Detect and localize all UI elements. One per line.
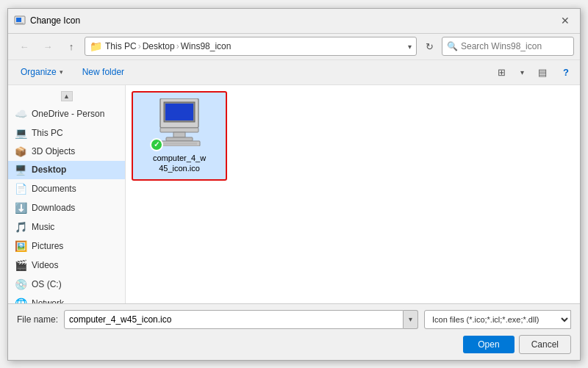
downloads-icon: ⬇️ <box>14 202 27 214</box>
organize-button[interactable]: Organize ▾ <box>14 64 70 80</box>
scroll-up-arrow[interactable]: ▲ <box>61 91 73 101</box>
thispc-icon: 💻 <box>14 127 27 139</box>
sidebar-item-downloads[interactable]: ⬇️ Downloads <box>8 198 125 217</box>
file-status-icon: ✓ <box>150 138 163 151</box>
breadcrumb-folder-icon: 📁 <box>90 40 102 52</box>
sidebar-label-network: Network <box>32 298 64 303</box>
music-icon: 🎵 <box>14 221 27 233</box>
sidebar-item-network[interactable]: 🌐 Network <box>8 294 125 303</box>
file-label: computer_4_w45_icon.ico <box>153 153 206 174</box>
sidebar-item-thispc[interactable]: 💻 This PC <box>8 123 125 142</box>
navigation-toolbar: ← → ↑ 📁 This PC › Desktop › Wins98_icon … <box>8 34 580 60</box>
filename-row: File name: ▾ Icon files (*.ico;*.icl;*.e… <box>17 310 571 329</box>
filename-input[interactable] <box>64 310 404 329</box>
sidebar-label-documents: Documents <box>32 184 76 194</box>
file-icon-wrap: ✓ <box>153 98 206 148</box>
forward-button[interactable]: → <box>37 37 58 56</box>
view-dropdown-button[interactable]: ▾ <box>512 63 531 81</box>
new-folder-button[interactable]: New folder <box>76 64 131 80</box>
network-icon: 🌐 <box>14 297 27 303</box>
svg-rect-2 <box>16 23 24 24</box>
sidebar-item-pictures[interactable]: 🖼️ Pictures <box>8 237 125 256</box>
videos-icon: 🎬 <box>14 259 27 271</box>
sidebar-item-3dobjects[interactable]: 📦 3D Objects <box>8 142 125 161</box>
onedrive-icon: ☁️ <box>14 108 27 120</box>
view-buttons: ⊞ ▾ ▤ <box>492 63 552 81</box>
desktop-icon: 🖥️ <box>14 165 27 176</box>
open-button[interactable]: Open <box>463 336 514 353</box>
3dobjects-icon: 📦 <box>14 146 27 157</box>
content-area: ▲ ☁️ OneDrive - Person 💻 This PC 📦 3D Ob… <box>8 85 580 303</box>
breadcrumb-bar[interactable]: 📁 This PC › Desktop › Wins98_icon ▾ <box>85 37 417 56</box>
title-bar: Change Icon ✕ <box>8 9 580 34</box>
sidebar-item-videos[interactable]: 🎬 Videos <box>8 256 125 275</box>
svg-rect-8 <box>166 137 193 141</box>
breadcrumb-dropdown-arrow[interactable]: ▾ <box>408 43 412 51</box>
back-button[interactable]: ← <box>14 37 35 56</box>
sidebar-label-pictures: Pictures <box>32 241 63 251</box>
filetype-select-wrap: Icon files (*.ico;*.icl;*.exe;*.dll) <box>424 310 571 329</box>
documents-icon: 📄 <box>14 183 27 195</box>
filename-label: File name: <box>17 314 58 325</box>
breadcrumb-desktop: Desktop <box>143 41 175 51</box>
view-mode-button[interactable]: ⊞ <box>492 63 511 81</box>
sidebar-label-thispc: This PC <box>32 128 63 138</box>
dialog-title: Change Icon <box>30 15 80 26</box>
svg-rect-10 <box>162 142 197 145</box>
search-input[interactable] <box>461 41 571 51</box>
refresh-button[interactable]: ↻ <box>420 37 439 56</box>
sidebar-label-music: Music <box>32 222 54 232</box>
breadcrumb-thispc: This PC <box>105 41 137 51</box>
filetype-select[interactable]: Icon files (*.ico;*.icl;*.exe;*.dll) <box>424 310 571 329</box>
sidebar-item-onedrive[interactable]: ☁️ OneDrive - Person <box>8 104 125 123</box>
sidebar-label-downloads: Downloads <box>32 203 75 213</box>
sidebar-label-onedrive: OneDrive - Person <box>32 109 104 119</box>
sidebar-item-music[interactable]: 🎵 Music <box>8 217 125 237</box>
action-row: Open Cancel <box>17 335 571 354</box>
action-bar: Organize ▾ New folder ⊞ ▾ ▤ ? <box>8 60 580 85</box>
sidebar-item-desktop[interactable]: 🖥️ Desktop <box>8 161 125 179</box>
close-button[interactable]: ✕ <box>556 12 574 29</box>
search-icon: 🔍 <box>447 41 458 51</box>
organize-dropdown-arrow: ▾ <box>60 68 63 76</box>
cancel-button[interactable]: Cancel <box>519 335 571 354</box>
file-item-selected[interactable]: ✓ computer_4_w45_icon.ico <box>132 91 227 181</box>
sidebar-item-documents[interactable]: 📄 Documents <box>8 179 125 198</box>
sidebar-label-3dobjects: 3D Objects <box>32 146 75 156</box>
sidebar: ▲ ☁️ OneDrive - Person 💻 This PC 📦 3D Ob… <box>8 85 126 303</box>
new-folder-label: New folder <box>82 67 124 77</box>
change-icon-dialog: Change Icon ✕ ← → ↑ 📁 This PC › Desktop … <box>7 8 581 361</box>
sidebar-label-desktop: Desktop <box>32 165 66 175</box>
breadcrumb-text: This PC › Desktop › Wins98_icon <box>105 41 231 51</box>
help-button[interactable]: ? <box>558 64 574 80</box>
svg-rect-6 <box>160 128 198 132</box>
layout-button[interactable]: ▤ <box>533 63 552 81</box>
scroll-up-indicator: ▲ <box>8 88 125 104</box>
svg-rect-5 <box>165 104 193 120</box>
up-button[interactable]: ↑ <box>61 37 82 56</box>
filename-dropdown-button[interactable]: ▾ <box>404 310 418 329</box>
title-bar-left: Change Icon <box>14 15 80 26</box>
filename-input-wrap: ▾ <box>64 310 418 329</box>
bottom-area: File name: ▾ Icon files (*.ico;*.icl;*.e… <box>8 303 580 360</box>
sidebar-label-videos: Videos <box>32 260 58 270</box>
organize-label: Organize <box>21 67 57 77</box>
breadcrumb-folder: Wins98_icon <box>181 41 232 51</box>
osc-icon: 💿 <box>14 278 27 290</box>
sidebar-item-osc[interactable]: 💿 OS (C:) <box>8 275 125 294</box>
svg-rect-1 <box>16 18 21 22</box>
pictures-icon: 🖼️ <box>14 240 27 252</box>
search-box: 🔍 <box>442 37 574 56</box>
computer-file-icon <box>153 98 206 146</box>
file-pane[interactable]: ✓ computer_4_w45_icon.ico <box>126 85 580 303</box>
svg-rect-7 <box>173 132 185 137</box>
sidebar-label-osc: OS (C:) <box>32 279 62 289</box>
dialog-icon <box>14 15 26 26</box>
